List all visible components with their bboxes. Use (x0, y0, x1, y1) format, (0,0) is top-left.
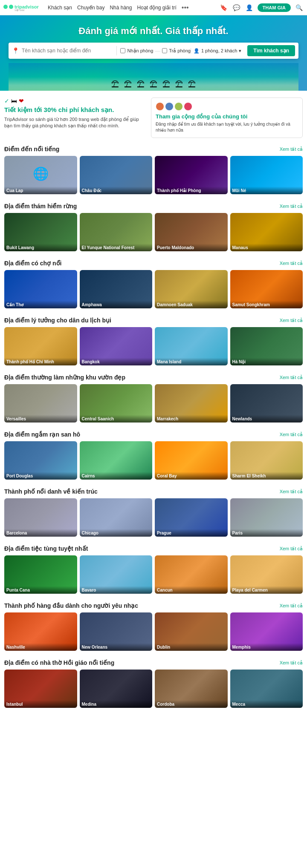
section-header-famous: Điểm đến nổi tiếngXem tất cả (4, 146, 303, 152)
section-viewall-backpacker[interactable]: Xem tất cả (280, 318, 303, 323)
section-viewall-architecture[interactable]: Xem tất cả (280, 489, 303, 494)
nav-restaurants[interactable]: Nhà hàng (110, 5, 132, 11)
card-label: Barcelona (4, 529, 77, 537)
card-mi-n[interactable]: Mũi Né (230, 156, 303, 194)
card-sharm-el-sheikh[interactable]: Sharm El Sheikh (230, 441, 303, 480)
join-button[interactable]: THAM GIA (258, 3, 291, 12)
card-label: Cần Thơ (4, 301, 77, 308)
card-damnoen-saduak[interactable]: Damnoen Saduak (155, 270, 228, 308)
card-new-orleans[interactable]: New Orleans (80, 612, 153, 651)
section-title-gardens: Địa điểm thường làm những khu vườn đẹp (4, 374, 125, 381)
card-label: Bangkok (80, 358, 153, 365)
card-label: Paris (230, 529, 303, 537)
user-icon[interactable]: 👤 (245, 3, 254, 12)
card-label: Cordoba (155, 700, 228, 708)
section-viewall-party[interactable]: Xem tất cả (280, 546, 303, 552)
card-cordoba[interactable]: Cordoba (155, 670, 228, 708)
card-label: Prague (155, 529, 228, 537)
nav-more[interactable]: ••• (182, 4, 189, 11)
section-header-mosque: Địa điểm có nhà thờ Hồi giáo nổi tiếngXe… (4, 659, 303, 666)
card-chu-c[interactable]: Châu Đốc (80, 156, 153, 194)
chat-icon[interactable]: 💬 (232, 3, 241, 12)
section-title-music: Thành phố hàng đầu dành cho người yêu nh… (4, 602, 138, 609)
card-cairns[interactable]: Cairns (80, 441, 153, 480)
card-label: Mecca (230, 700, 303, 708)
section-viewall-gardens[interactable]: Xem tất cả (280, 375, 303, 380)
section-header-floating: Địa điểm có chợ nổiXem tất cả (4, 260, 303, 267)
card-medina[interactable]: Medina (80, 670, 153, 708)
card-samut-songkhram[interactable]: Samut Songkhram (230, 270, 303, 308)
card-barcelona[interactable]: Barcelona (4, 498, 77, 537)
card-label: Cua Lap (4, 187, 77, 194)
card-mana-island[interactable]: Mana Island (155, 327, 228, 365)
card-bukit-lawang[interactable]: Bukit Lawang (4, 213, 77, 251)
card-manaus[interactable]: Manaus (230, 213, 303, 251)
section-viewall-jungle[interactable]: Xem tất cả (280, 204, 303, 209)
card-dublin[interactable]: Dublin (155, 612, 228, 651)
section-viewall-famous[interactable]: Xem tất cả (280, 147, 303, 152)
community-box[interactable]: Tham gia cộng đồng của chúng tôi Đăng nh… (151, 98, 303, 138)
search-button[interactable]: Tìm khách sạn (247, 45, 295, 56)
card-label: Thành phố Hải Phòng (155, 187, 228, 194)
section-header-gardens: Địa điểm thường làm những khu vườn đẹpXe… (4, 374, 303, 381)
card-cancun[interactable]: Cancun (155, 555, 228, 594)
bookmark-icon[interactable]: 🔖 (219, 3, 229, 12)
card-port-douglas[interactable]: Port Douglas (4, 441, 77, 480)
card-newlands[interactable]: Newlands (230, 384, 303, 423)
card-label: Punta Cana (4, 586, 77, 594)
card-cn-th[interactable]: Cần Thơ (4, 270, 77, 308)
card-h-ni[interactable]: Hà Nội (230, 327, 303, 365)
card-label: Playa del Carmen (230, 586, 303, 594)
card-cua-lap[interactable]: 🌐Cua Lap (4, 156, 77, 194)
card-label: Nashville (4, 643, 77, 651)
card-thnh-ph-hi-phng[interactable]: Thành phố Hải Phòng (155, 156, 228, 194)
section-music: Thành phố hàng đầu dành cho người yêu nh… (4, 602, 303, 651)
card-bavaro[interactable]: Bavaro (80, 555, 153, 594)
card-coral-bay[interactable]: Coral Bay (155, 441, 228, 480)
card-label: Amphawa (80, 301, 153, 308)
section-header-architecture: Thành phố nổi danh về kiến trúcXem tất c… (4, 488, 303, 495)
search-input[interactable] (22, 48, 113, 54)
card-paris[interactable]: Paris (230, 498, 303, 537)
search-icon[interactable]: 🔍 (294, 3, 304, 12)
section-viewall-reef[interactable]: Xem tất cả (280, 432, 303, 437)
guests-selector[interactable]: 👤 1 phòng, 2 khách ▾ (191, 48, 244, 54)
card-playa-del-carmen[interactable]: Playa del Carmen (230, 555, 303, 594)
checkin-option[interactable]: Nhận phòng (120, 48, 153, 54)
card-mecca[interactable]: Mecca (230, 670, 303, 708)
card-grid-architecture: BarcelonaChicagoPragueParis (4, 498, 303, 537)
checkout-checkbox[interactable] (162, 48, 167, 53)
nav-flights[interactable]: Chuyến bay (77, 5, 104, 11)
card-puerto-maldonado[interactable]: Puerto Maldonado (155, 213, 228, 251)
card-thnh-ph-h-ch-minh[interactable]: Thành phố Hồ Chí Minh (4, 327, 77, 365)
card-istanbul[interactable]: Istanbul (4, 670, 77, 708)
section-floating: Địa điểm có chợ nổiXem tất cảCần ThơAmph… (4, 260, 303, 308)
section-backpacker: Địa điểm lý tưởng cho dân du lịch bụiXem… (4, 317, 303, 365)
nav-activities[interactable]: Hoạt động giải trí (137, 5, 176, 11)
logo[interactable]: tripadvisor VIỆT NAM (3, 2, 42, 13)
card-marrakech[interactable]: Marrakech (155, 384, 228, 423)
card-el-yunque-national-forest[interactable]: El Yunque National Forest (80, 213, 153, 251)
card-prague[interactable]: Prague (155, 498, 228, 537)
card-grid-music: NashvilleNew OrleansDublinMemphis (4, 612, 303, 651)
card-nashville[interactable]: Nashville (4, 612, 77, 651)
section-title-architecture: Thành phố nổi danh về kiến trúc (4, 488, 98, 495)
card-grid-backpacker: Thành phố Hồ Chí MinhBangkokMana IslandH… (4, 327, 303, 365)
card-punta-cana[interactable]: Punta Cana (4, 555, 77, 594)
section-viewall-music[interactable]: Xem tất cả (280, 603, 303, 609)
checkin-checkbox[interactable] (120, 48, 125, 53)
section-header-backpacker: Địa điểm lý tưởng cho dân du lịch bụiXem… (4, 317, 303, 324)
checkout-option[interactable]: Trả phòng (162, 48, 191, 54)
card-versailles[interactable]: Versailles (4, 384, 77, 423)
card-chicago[interactable]: Chicago (80, 498, 153, 537)
card-central-saanich[interactable]: Central Saanich (80, 384, 153, 423)
search-bar[interactable]: 📍 Nhận phòng — Trả phòng 👤 1 phòng, 2 kh… (9, 43, 298, 59)
nav-hotels[interactable]: Khách sạn (48, 5, 72, 11)
section-viewall-floating[interactable]: Xem tất cả (280, 261, 303, 266)
section-title-famous: Điểm đến nổi tiếng (4, 146, 59, 152)
card-memphis[interactable]: Memphis (230, 612, 303, 651)
community-desc: Đăng nhập để tìm ưu đãi khách sạn tuyệt … (156, 121, 298, 133)
card-amphawa[interactable]: Amphawa (80, 270, 153, 308)
section-viewall-mosque[interactable]: Xem tất cả (280, 660, 303, 666)
card-bangkok[interactable]: Bangkok (80, 327, 153, 365)
